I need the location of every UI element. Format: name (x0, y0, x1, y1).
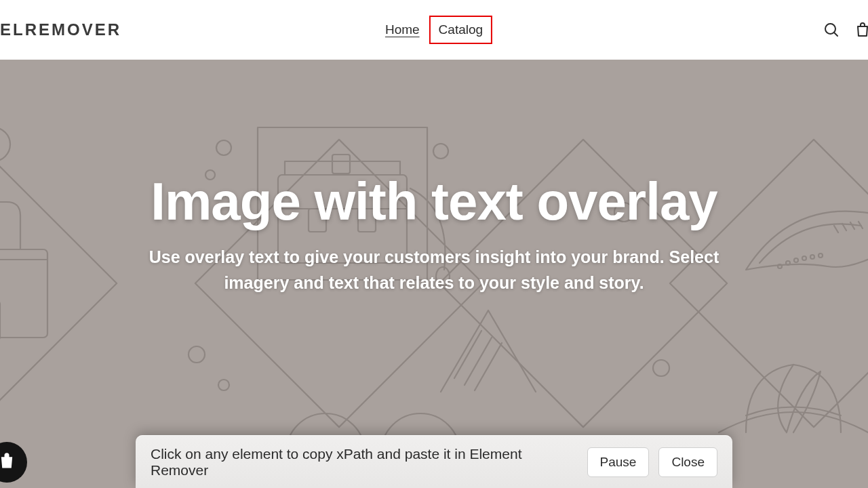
site-logo[interactable]: ELREMOVER (0, 20, 121, 39)
nav-catalog[interactable]: Catalog (429, 16, 493, 44)
site-header: ELREMOVER Home Catalog (0, 0, 868, 60)
primary-nav: Home Catalog (376, 16, 492, 44)
hero-subtitle: Use overlay text to give your customers … (136, 245, 732, 296)
close-button[interactable]: Close (658, 447, 717, 477)
header-actions (822, 20, 868, 39)
nav-home[interactable]: Home (376, 16, 429, 44)
store-bag-icon (0, 451, 16, 473)
hero-section: Image with text overlay Use overlay text… (0, 60, 868, 488)
cart-icon[interactable] (853, 20, 868, 39)
hero-title: Image with text overlay (136, 171, 732, 232)
search-icon[interactable] (822, 20, 841, 39)
element-remover-toolbar: Click on any element to copy xPath and p… (136, 435, 732, 488)
pause-button[interactable]: Pause (587, 447, 650, 477)
hero-content: Image with text overlay Use overlay text… (108, 171, 760, 296)
svg-line-1 (834, 33, 837, 36)
toolbar-message: Click on any element to copy xPath and p… (151, 446, 578, 479)
